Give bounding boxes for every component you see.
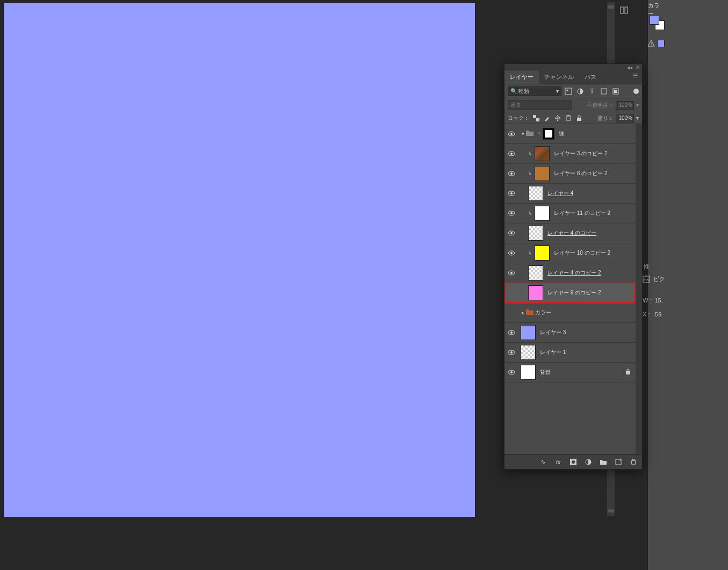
opacity-input[interactable] (616, 101, 634, 110)
layer-thumbnail[interactable] (521, 345, 536, 360)
link-layers-icon[interactable] (539, 458, 547, 466)
layer-row[interactable]: ↳レイヤー 3 のコピー 2 (504, 144, 636, 164)
layer-thumbnail[interactable] (528, 285, 543, 300)
web-safe-color-icon[interactable] (657, 40, 665, 47)
layer-row[interactable]: ↳レイヤー 11 のコピー 2 (504, 204, 636, 223)
lock-artboard-icon[interactable] (565, 114, 572, 122)
clip-indicator-icon: ↳ (528, 250, 532, 256)
dock-collapse-icon[interactable] (617, 2, 633, 18)
layer-thumbnail[interactable] (521, 325, 536, 340)
filter-shape-icon[interactable] (599, 86, 609, 96)
layer-thumbnail[interactable] (535, 246, 550, 261)
layer-thumbnail[interactable] (521, 365, 536, 380)
lock-transparency-icon[interactable] (532, 114, 540, 122)
tab-channels[interactable]: チャンネル (539, 70, 579, 84)
layer-row[interactable]: ↳レイヤー 8 のコピー 2 (504, 164, 636, 184)
layer-row[interactable]: レイヤー 4 のコピー 2 (504, 263, 636, 283)
visibility-toggle[interactable] (504, 210, 518, 217)
layer-row[interactable]: ▾線 (504, 124, 636, 144)
folder-icon (525, 129, 535, 138)
layer-name[interactable]: レイヤー 10 のコピー 2 (554, 249, 610, 257)
layer-name[interactable]: 背景 (540, 369, 551, 376)
layer-row[interactable]: ↳レイヤー 10 のコピー 2 (504, 243, 636, 263)
layer-row[interactable]: レイヤー 1 (504, 343, 636, 363)
delete-layer-icon[interactable] (629, 458, 638, 466)
layer-row[interactable]: レイヤー 9 のコピー 2 (504, 283, 636, 303)
lock-all-icon[interactable] (575, 114, 583, 122)
layer-row[interactable]: レイヤー 4 のコピー (504, 223, 636, 243)
expand-icon[interactable]: ▸ (522, 310, 524, 315)
layer-thumbnail[interactable] (528, 186, 543, 201)
search-icon: 🔍 (510, 88, 517, 94)
filter-smart-icon[interactable] (611, 86, 621, 96)
blend-mode-select[interactable]: 通常 (508, 100, 572, 110)
layer-name[interactable]: レイヤー 4 のコピー (547, 229, 596, 237)
color-swatches[interactable] (650, 15, 666, 31)
visibility-toggle[interactable] (504, 249, 518, 257)
layer-name[interactable]: レイヤー 11 のコピー 2 (554, 210, 610, 217)
properties-tab[interactable]: 性 (640, 261, 728, 273)
visibility-toggle[interactable] (504, 170, 518, 177)
foreground-color-swatch[interactable] (650, 15, 659, 25)
warning-icon[interactable]: ! (647, 40, 655, 47)
filter-toggle[interactable] (633, 89, 639, 94)
scroll-up-icon[interactable] (608, 5, 614, 9)
scroll-down-icon[interactable] (608, 509, 614, 513)
layer-name[interactable]: レイヤー 4 (547, 190, 573, 197)
layer-row[interactable]: 背景 (504, 363, 636, 383)
lock-position-icon[interactable] (554, 114, 561, 122)
mask-thumbnail[interactable] (543, 128, 554, 140)
new-adjustment-icon[interactable] (584, 458, 593, 466)
chevron-down-icon[interactable]: ▾ (636, 115, 639, 121)
visibility-toggle[interactable] (504, 269, 518, 277)
svg-point-37 (510, 371, 513, 373)
clip-indicator-icon: ↳ (528, 171, 532, 176)
canvas[interactable] (3, 3, 475, 517)
layer-list-scrollbar[interactable] (636, 124, 642, 454)
visibility-toggle[interactable] (504, 349, 518, 356)
visibility-toggle[interactable] (504, 150, 518, 157)
expand-icon[interactable]: ▾ (522, 131, 524, 136)
layer-name[interactable]: 線 (559, 130, 564, 138)
layer-name[interactable]: レイヤー 3 のコピー 2 (554, 150, 607, 157)
visibility-toggle[interactable] (504, 130, 518, 138)
visibility-toggle[interactable] (504, 229, 518, 237)
visibility-toggle[interactable] (504, 190, 518, 197)
fill-input[interactable] (616, 114, 634, 122)
filter-adjustment-icon[interactable] (575, 86, 585, 96)
layer-name[interactable]: レイヤー 8 のコピー 2 (554, 170, 607, 177)
add-mask-icon[interactable] (569, 458, 578, 466)
layer-fx-icon[interactable]: fx (554, 458, 563, 466)
tab-paths[interactable]: パス (579, 70, 602, 84)
lock-paint-icon[interactable] (543, 114, 551, 122)
layer-name[interactable]: カラー (535, 309, 551, 316)
panel-titlebar[interactable]: ◂◂ ✕ (504, 64, 642, 70)
new-layer-icon[interactable] (614, 458, 623, 466)
layer-thumbnail[interactable] (535, 146, 550, 161)
layer-name[interactable]: レイヤー 9 のコピー 2 (547, 289, 601, 297)
svg-point-25 (510, 212, 513, 214)
tab-layers[interactable]: レイヤー (504, 70, 539, 84)
layer-thumbnail[interactable] (535, 206, 550, 221)
layer-name[interactable]: レイヤー 3 (540, 329, 566, 336)
svg-point-31 (510, 272, 513, 274)
panel-menu-icon[interactable]: ≡ (629, 68, 642, 84)
layer-thumbnail[interactable] (535, 166, 550, 181)
layer-row[interactable]: レイヤー 4 (504, 184, 636, 204)
layer-row[interactable]: ▸カラー (504, 303, 636, 323)
link-icon[interactable] (536, 131, 542, 137)
filter-type-icon[interactable]: T (587, 86, 597, 96)
layer-name[interactable]: レイヤー 1 (540, 349, 566, 356)
filter-pixel-icon[interactable] (564, 86, 573, 96)
layer-filter-select[interactable]: 🔍 種類 ▾ (508, 86, 561, 96)
chevron-down-icon[interactable]: ▾ (636, 102, 639, 108)
layer-row[interactable]: レイヤー 3 (504, 323, 636, 343)
layer-thumbnail[interactable] (528, 226, 543, 241)
visibility-toggle[interactable] (504, 369, 518, 376)
layer-name[interactable]: レイヤー 4 のコピー 2 (547, 269, 601, 277)
svg-rect-14 (567, 115, 570, 116)
new-group-icon[interactable] (599, 458, 608, 466)
lock-icon[interactable] (625, 369, 631, 376)
visibility-toggle[interactable] (504, 329, 518, 336)
layer-thumbnail[interactable] (528, 265, 543, 280)
